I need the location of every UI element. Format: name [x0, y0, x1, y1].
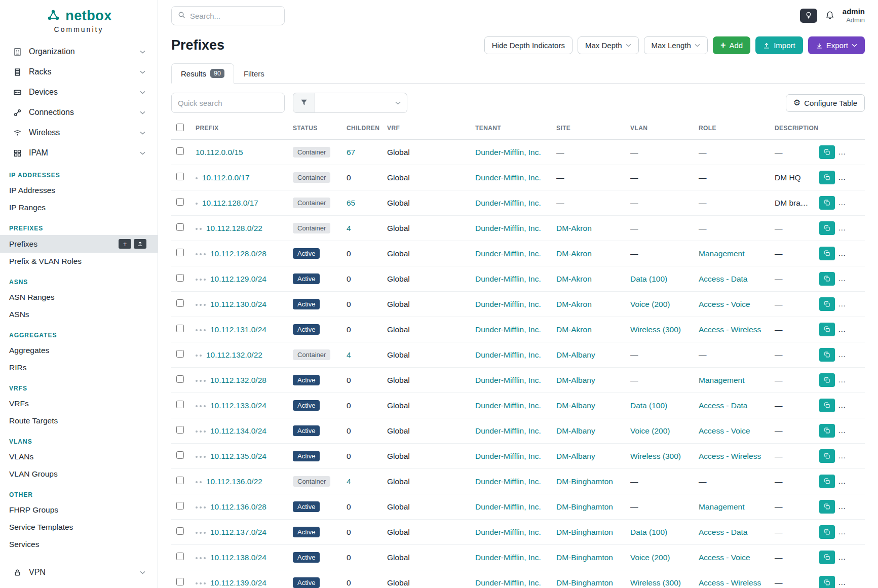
- clone-button[interactable]: [819, 576, 835, 588]
- site-link[interactable]: DM-Binghamton: [556, 477, 613, 486]
- sidebar-item-prefix-vlan-roles[interactable]: Prefix & VLAN Roles: [0, 253, 158, 270]
- max-length-dropdown[interactable]: Max Length: [644, 36, 708, 54]
- select-all-checkbox[interactable]: [176, 124, 184, 131]
- prefix-link[interactable]: 10.112.128.0/28: [210, 249, 266, 258]
- children-link[interactable]: 4: [347, 224, 351, 232]
- tenant-link[interactable]: Dunder-Mifflin, Inc.: [475, 477, 541, 486]
- vlan-link[interactable]: Wireless (300): [630, 325, 681, 334]
- row-checkbox[interactable]: [176, 502, 184, 509]
- row-checkbox[interactable]: [176, 527, 184, 535]
- clone-button[interactable]: [819, 196, 835, 210]
- role-link[interactable]: Management: [699, 249, 744, 258]
- role-link[interactable]: Access - Data: [699, 275, 747, 283]
- row-checkbox[interactable]: [176, 325, 184, 332]
- site-link[interactable]: DM-Akron: [556, 224, 592, 232]
- tenant-link[interactable]: Dunder-Mifflin, Inc.: [475, 426, 541, 435]
- vlan-link[interactable]: Voice (200): [630, 426, 670, 435]
- tenant-link[interactable]: Dunder-Mifflin, Inc.: [475, 376, 541, 384]
- quick-search-input[interactable]: [171, 93, 285, 113]
- vlan-link[interactable]: Data (100): [630, 528, 667, 536]
- row-checkbox[interactable]: [176, 375, 184, 383]
- row-checkbox[interactable]: [176, 173, 184, 180]
- role-link[interactable]: Management: [699, 502, 744, 511]
- prefix-link[interactable]: 10.112.139.0/24: [210, 578, 266, 587]
- sidebar-item-ip-addresses[interactable]: IP Addresses: [0, 182, 158, 199]
- clone-button[interactable]: [819, 475, 835, 488]
- site-link[interactable]: DM-Albany: [556, 426, 595, 435]
- row-checkbox[interactable]: [176, 553, 184, 560]
- prefix-link[interactable]: 10.112.134.0/24: [210, 426, 266, 435]
- site-link[interactable]: DM-Binghamton: [556, 553, 613, 562]
- prefix-link[interactable]: 10.112.130.0/24: [210, 300, 266, 308]
- vlan-link[interactable]: Voice (200): [630, 300, 670, 308]
- hide-depth-indicators-button[interactable]: Hide Depth Indicators: [484, 36, 572, 54]
- row-checkbox[interactable]: [176, 147, 184, 155]
- tab-filters[interactable]: Filters: [234, 63, 274, 84]
- tab-results[interactable]: Results 90: [171, 63, 234, 84]
- row-checkbox[interactable]: [176, 350, 184, 358]
- site-link[interactable]: DM-Binghamton: [556, 502, 613, 511]
- tenant-link[interactable]: Dunder-Mifflin, Inc.: [475, 173, 541, 182]
- sidebar-item-vlans[interactable]: VLANs: [0, 448, 158, 465]
- clone-button[interactable]: [819, 373, 835, 387]
- column-header-description[interactable]: DESCRIPTION: [770, 117, 814, 140]
- clone-button[interactable]: [819, 348, 835, 362]
- sidebar-item-racks[interactable]: Racks: [0, 62, 158, 82]
- site-link[interactable]: DM-Albany: [556, 350, 595, 359]
- clone-button[interactable]: [819, 145, 835, 159]
- sidebar-item-asn-ranges[interactable]: ASN Ranges: [0, 289, 158, 306]
- quick-add-button[interactable]: +: [119, 239, 131, 249]
- tenant-link[interactable]: Dunder-Mifflin, Inc.: [475, 300, 541, 308]
- tenant-link[interactable]: Dunder-Mifflin, Inc.: [475, 578, 541, 587]
- prefix-link[interactable]: 10.112.137.0/24: [210, 528, 266, 536]
- tenant-link[interactable]: Dunder-Mifflin, Inc.: [475, 401, 541, 410]
- role-link[interactable]: Access - Voice: [699, 300, 750, 308]
- clone-button[interactable]: [819, 272, 835, 286]
- clone-button[interactable]: [819, 323, 835, 336]
- tenant-link[interactable]: Dunder-Mifflin, Inc.: [475, 325, 541, 334]
- sidebar-item-services[interactable]: Services: [0, 536, 158, 553]
- prefix-link[interactable]: 10.112.128.0/22: [206, 224, 262, 232]
- sidebar-item-vpn[interactable]: VPN: [0, 562, 158, 582]
- role-link[interactable]: Access - Voice: [699, 426, 750, 435]
- clone-button[interactable]: [819, 171, 835, 184]
- filter-button[interactable]: [293, 93, 315, 113]
- role-link[interactable]: Access - Wireless: [699, 325, 761, 334]
- row-checkbox[interactable]: [176, 198, 184, 206]
- max-depth-dropdown[interactable]: Max Depth: [578, 36, 639, 54]
- row-checkbox[interactable]: [176, 451, 184, 459]
- clone-button[interactable]: [819, 399, 835, 412]
- import-button[interactable]: Import: [755, 36, 803, 54]
- sidebar-item-ipam[interactable]: IPAM: [0, 143, 158, 163]
- quick-import-button[interactable]: [134, 239, 146, 249]
- column-header-tenant[interactable]: TENANT: [470, 117, 551, 140]
- site-link[interactable]: DM-Albany: [556, 401, 595, 410]
- theme-toggle-button[interactable]: [800, 9, 817, 23]
- column-header-vlan[interactable]: VLAN: [625, 117, 694, 140]
- prefix-link[interactable]: 10.112.136.0/22: [206, 477, 262, 486]
- prefix-link[interactable]: 10.112.138.0/24: [210, 553, 266, 562]
- sidebar-item-connections[interactable]: Connections: [0, 102, 158, 123]
- saved-filter-select[interactable]: [315, 93, 407, 113]
- clone-button[interactable]: [819, 500, 835, 514]
- site-link[interactable]: DM-Binghamton: [556, 578, 613, 587]
- sidebar-item-virtualization[interactable]: Virtualization: [0, 582, 158, 588]
- site-link[interactable]: DM-Albany: [556, 452, 595, 460]
- vlan-link[interactable]: Wireless (300): [630, 452, 681, 460]
- sidebar-item-prefixes[interactable]: Prefixes+: [0, 235, 158, 253]
- children-link[interactable]: 65: [347, 199, 355, 207]
- site-link[interactable]: DM-Akron: [556, 249, 592, 258]
- tenant-link[interactable]: Dunder-Mifflin, Inc.: [475, 350, 541, 359]
- role-link[interactable]: Access - Data: [699, 401, 747, 410]
- sidebar-item-service-templates[interactable]: Service Templates: [0, 519, 158, 536]
- clone-button[interactable]: [819, 449, 835, 463]
- site-link[interactable]: DM-Albany: [556, 376, 595, 384]
- children-link[interactable]: 67: [347, 148, 355, 156]
- row-checkbox[interactable]: [176, 401, 184, 408]
- clone-button[interactable]: [819, 424, 835, 438]
- role-link[interactable]: Access - Voice: [699, 553, 750, 562]
- vlan-link[interactable]: Voice (200): [630, 553, 670, 562]
- sidebar-item-organization[interactable]: Organization: [0, 42, 158, 62]
- global-search[interactable]: [171, 6, 285, 25]
- column-header-site[interactable]: SITE: [551, 117, 625, 140]
